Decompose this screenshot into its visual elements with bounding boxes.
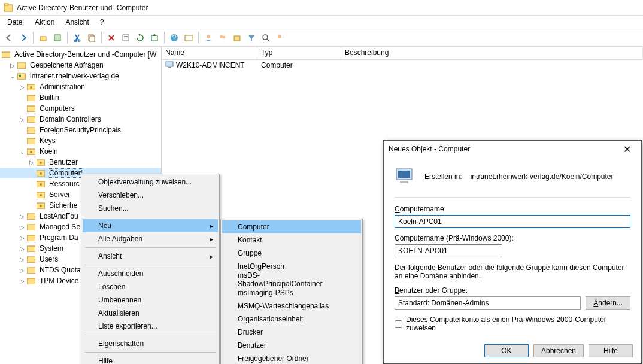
svg-rect-25 (19, 75, 21, 77)
ou-icon (36, 190, 46, 199)
cm-view[interactable]: Ansicht▸ (83, 250, 218, 263)
list-row[interactable]: W2K10-ADMINCENT Computer (162, 60, 643, 71)
cut-icon[interactable] (71, 31, 84, 44)
find-icon[interactable] (182, 31, 195, 44)
folder-icon (26, 223, 36, 231)
help-button[interactable]: Hilfe (589, 344, 633, 357)
tree-label: Koeln (38, 147, 59, 156)
cm-rename[interactable]: Umbenennen (83, 293, 218, 307)
computer-name-input[interactable] (395, 215, 630, 228)
prewin-checkbox-row[interactable]: Dieses Computerkonto als einen Prä-Windo… (395, 316, 630, 332)
ou-icon (26, 147, 36, 156)
cm-new-gruppe[interactable]: Gruppe (222, 247, 361, 260)
tree-saved-queries[interactable]: ▷ Gespeicherte Abfragen (0, 60, 161, 71)
folder-icon (26, 277, 36, 285)
cm-all-tasks[interactable]: Alle Aufgaben▸ (83, 232, 218, 245)
expand-icon[interactable]: ⌄ (18, 148, 26, 155)
tree-node[interactable]: ▷ Domain Controllers (0, 114, 161, 125)
props-icon[interactable] (51, 31, 64, 44)
cm-search[interactable]: Suchen... (83, 202, 218, 215)
tree-node[interactable]: ▷ Administration (0, 81, 161, 92)
tree-node[interactable]: ▷ ForeignSecurityPrincipals (0, 125, 161, 135)
prewin-name-input[interactable] (395, 244, 502, 257)
cm-export[interactable]: Liste exportieren... (83, 320, 218, 333)
folder-icon (26, 136, 36, 145)
computer-large-icon (395, 166, 416, 187)
svg-rect-31 (27, 128, 35, 134)
change-button[interactable]: Ändern... (586, 296, 630, 310)
tree-node[interactable]: ▷ Benutzer (0, 157, 161, 168)
filter-icon[interactable] (245, 31, 258, 44)
tree-node[interactable]: ⌄ Koeln (0, 146, 161, 157)
cm-new-msimaging-psps[interactable]: msImaging-PSPs (222, 286, 361, 299)
cm-delegate[interactable]: Objektverwaltung zuweisen... (83, 175, 218, 189)
copy-icon[interactable] (85, 31, 98, 44)
col-desc[interactable]: Beschreibung (341, 47, 643, 59)
cm-delete[interactable]: Löschen (83, 280, 218, 293)
add-user-icon[interactable]: + (274, 31, 287, 44)
expand-icon[interactable]: ▷ (18, 256, 26, 263)
cm-new-benutzer[interactable]: Benutzer (222, 339, 361, 352)
expand-icon[interactable]: ▷ (28, 159, 36, 166)
export-icon[interactable] (148, 31, 161, 44)
menu-help[interactable]: ? (95, 17, 109, 28)
col-name[interactable]: Name (162, 47, 257, 59)
tree-node[interactable]: ▷ Keys (0, 135, 161, 146)
svg-rect-56 (400, 181, 408, 183)
help-icon[interactable]: ? (168, 31, 181, 44)
menu-action[interactable]: Aktion (30, 17, 59, 28)
expand-icon[interactable]: ▷ (18, 245, 26, 252)
cm-new-msmq-warteschlangenalias[interactable]: MSMQ-Warteschlangenalias (222, 299, 361, 313)
cm-new-kontakt[interactable]: Kontakt (222, 233, 361, 247)
ok-button[interactable]: OK (484, 344, 529, 357)
cm-cut[interactable]: Ausschneiden (83, 267, 218, 280)
menu-view[interactable]: Ansicht (60, 17, 93, 28)
expand-icon[interactable]: ▷ (18, 116, 26, 123)
cm-new-organisationseinheit[interactable]: Organisationseinheit (222, 313, 361, 326)
prewin-checkbox[interactable] (395, 320, 402, 328)
cm-new-freigegebener-ordner[interactable]: Freigegebener Ordner (222, 352, 361, 364)
user-icon[interactable] (202, 31, 215, 44)
tree-node[interactable]: ▷ Computers (0, 103, 161, 114)
dialog-button-row: OK Abbrechen Hilfe (384, 338, 641, 363)
tree-domain[interactable]: ⌄ intranet.rheinwerk-verlag.de (0, 71, 161, 81)
tree-node[interactable]: ▷ Builtin (0, 92, 161, 103)
svg-point-44 (40, 205, 42, 207)
expand-icon[interactable]: ▷ (18, 267, 26, 274)
delete-icon[interactable] (105, 31, 118, 44)
refresh-icon[interactable] (134, 31, 147, 44)
cm-new-msds-shadowprincipalcontainer[interactable]: msDS-ShadowPrincipalContainer (222, 273, 361, 286)
expand-icon[interactable]: ▷ (18, 235, 26, 241)
expand-icon[interactable]: ▷ (18, 213, 26, 220)
cancel-button[interactable]: Abbrechen (533, 344, 584, 357)
group-icon[interactable] (216, 31, 229, 44)
cm-properties[interactable]: Eigenschaften (83, 337, 218, 350)
close-icon[interactable]: ✕ (617, 144, 636, 155)
cm-new-computer[interactable]: Computer (222, 220, 361, 233)
svg-rect-10 (151, 35, 157, 41)
menu-file[interactable]: Datei (2, 17, 29, 28)
svg-rect-23 (17, 63, 26, 69)
expand-icon[interactable]: ▷ (8, 62, 17, 69)
svg-rect-9 (124, 36, 128, 37)
ou-icon[interactable] (230, 31, 244, 44)
properties-icon[interactable] (119, 31, 132, 44)
tree-root[interactable]: Active Directory-Benutzer und -Computer … (0, 49, 161, 60)
nav-fwd-icon[interactable] (17, 31, 30, 44)
col-type[interactable]: Typ (257, 47, 341, 59)
folder-icon (26, 233, 36, 242)
expand-icon[interactable]: ▷ (18, 84, 26, 90)
up-icon[interactable] (37, 31, 50, 44)
cm-new-drucker[interactable]: Drucker (222, 326, 361, 339)
search-icon[interactable] (259, 31, 272, 44)
create-in-path: intranet.rheinwerk-verlag.de/Koeln/Compu… (471, 172, 614, 181)
collapse-icon[interactable]: ⌄ (8, 73, 17, 80)
nav-back-icon[interactable] (2, 31, 16, 44)
expand-icon[interactable]: ▷ (18, 224, 26, 230)
tree-label: Ressourc (48, 180, 81, 188)
cm-help[interactable]: Hilfe (83, 354, 218, 364)
expand-icon[interactable]: ▷ (18, 278, 26, 284)
cm-new[interactable]: Neu▸ (83, 219, 218, 232)
cm-move[interactable]: Verschieben... (83, 189, 218, 202)
cm-refresh[interactable]: Aktualisieren (83, 307, 218, 320)
